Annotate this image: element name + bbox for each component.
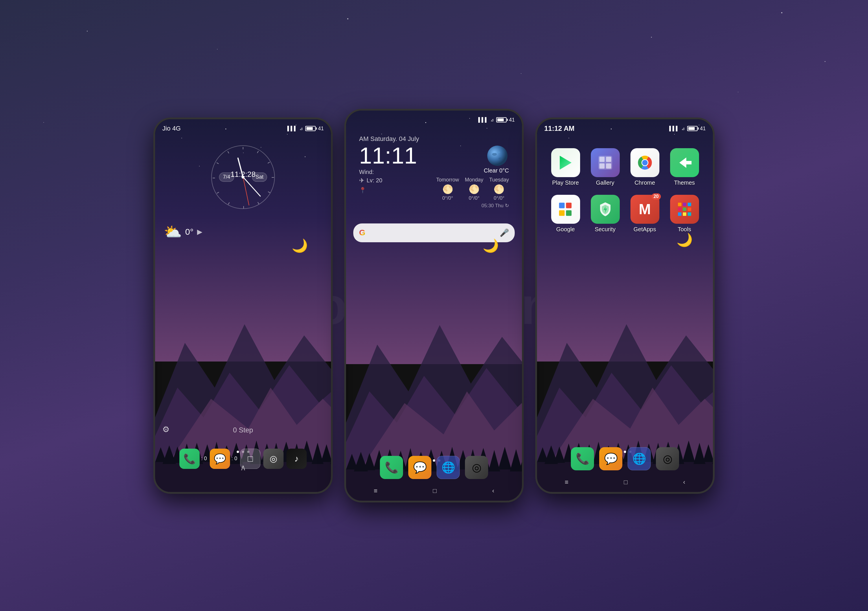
svg-point-55: [492, 153, 497, 156]
phone3-google-item[interactable]: Google: [550, 195, 581, 233]
phone3-camera-icon: ◎: [663, 452, 673, 465]
phone3-wifi-icon: ⊿: [681, 126, 685, 131]
phone1-weather-temp: 0°: [185, 227, 194, 237]
phone1-weather-icon: ⛅: [164, 223, 182, 240]
phone1-clock-face: 7/4 Sat 11:2:28: [212, 146, 274, 208]
phone3-google-icon[interactable]: [551, 195, 580, 224]
phone3-status-bar: 11:12 AM ▌▌▌ ⊿ 41: [537, 119, 713, 135]
phone3-themes-svg: [676, 154, 693, 171]
phone2-condition: Clear 0°C: [436, 167, 509, 174]
svg-rect-102: [687, 203, 691, 206]
phone2-mic-icon[interactable]: 🎤: [500, 228, 509, 237]
phone3-themes-item[interactable]: Themes: [669, 148, 701, 186]
phone2-nav-home[interactable]: □: [433, 487, 437, 495]
phone3-playstore-item[interactable]: Play Store: [550, 148, 581, 186]
phone3-nav-menu[interactable]: ≡: [565, 478, 569, 486]
phone3-dock-phone[interactable]: 📞: [571, 447, 594, 470]
svg-rect-96: [566, 203, 572, 208]
phone2-wind-label-row: Wind:: [359, 169, 382, 175]
phone1-dock-messages[interactable]: 💬 : 0: [210, 449, 237, 469]
phone1-dock-camera[interactable]: ◎: [263, 449, 284, 469]
phone3-nav-back[interactable]: ‹: [683, 478, 685, 486]
phone3-getapps-label: GetApps: [634, 226, 656, 233]
phone2-google-g: G: [359, 228, 366, 237]
phone1-signal-icon: ▌▌▌: [287, 126, 297, 131]
phone2-dock-notes[interactable]: 💬: [408, 456, 431, 479]
phone1-status-icons: ▌▌▌ ⊿ 41: [287, 126, 324, 132]
phone2-dock-browser[interactable]: 🌐: [437, 456, 460, 479]
phone2-browser-icon: 🌐: [442, 461, 455, 474]
phone3-nav-home[interactable]: □: [624, 478, 628, 486]
tick-3: [272, 177, 274, 178]
phone2-forecast-tuesday-temp: 0°/0°: [489, 195, 509, 201]
phone3-security-item[interactable]: Security: [589, 195, 621, 233]
phone2-forecast-monday: Monday 🌕 0°/0°: [465, 177, 484, 201]
phone3-playstore-icon[interactable]: [551, 148, 580, 177]
phone1-gallery-icon: □: [248, 454, 253, 464]
phone2-moon-planet: [486, 144, 509, 167]
phone3-tools-icon[interactable]: [670, 195, 699, 224]
svg-point-93: [642, 160, 648, 165]
phone1-dock-phone[interactable]: 📞 : 0: [180, 449, 207, 469]
phone3-notes-icon: 💬: [604, 452, 618, 465]
phone2-forecast-tomorrow-label: Tomorrow: [436, 177, 459, 183]
phone1-messages-colon: :: [231, 456, 233, 462]
phone1-battery: [305, 126, 316, 131]
phone3-chrome-item[interactable]: Chrome: [629, 148, 661, 186]
phone2-forecast-tomorrow: Tomorrow 🌕 0°/0°: [436, 177, 459, 201]
phone-2: ▌▌▌ ⊿ 41 AM Saturday. 04 July 11:11: [344, 109, 524, 502]
phone2-power-button: [523, 174, 524, 209]
phone1-center-dot: [242, 176, 245, 178]
phone1-phone-icon[interactable]: 📞: [180, 449, 200, 469]
phone1-settings-icon[interactable]: ⚙: [162, 425, 169, 434]
phone2-status-icons: ▌▌▌ ⊿ 41: [478, 117, 515, 123]
svg-rect-108: [687, 212, 691, 216]
svg-rect-100: [678, 203, 681, 206]
phone2-dock-camera[interactable]: ◎: [465, 456, 488, 479]
phone3-themes-icon[interactable]: [670, 148, 699, 177]
phone3-getapps-item[interactable]: M 20 GetApps: [629, 195, 661, 233]
svg-rect-107: [683, 212, 686, 216]
phone2-plane-icon: ✈: [359, 177, 364, 185]
svg-point-54: [487, 146, 507, 166]
phone2-moon: 🌙: [483, 238, 499, 253]
phone3-google-label: Google: [556, 226, 575, 233]
phone3-app-grid: Play Store Gal: [537, 148, 713, 239]
phone3-security-icon[interactable]: [591, 195, 620, 224]
svg-point-56: [499, 157, 502, 160]
phone1-messages-icon[interactable]: 💬: [210, 449, 230, 469]
phone1-location-icon: ▶: [197, 228, 202, 236]
phone3-gallery-icon[interactable]: [591, 148, 620, 177]
phone2-forecast: Tomorrow 🌕 0°/0° Monday 🌕 0°/0° Tuesday: [436, 177, 509, 201]
phone2-battery: [496, 117, 507, 123]
phone1-power-button: [332, 183, 333, 218]
phone3-phone-icon: 📞: [576, 452, 589, 465]
phone3-chrome-label: Chrome: [634, 180, 655, 186]
phone2-nav-menu[interactable]: ≡: [374, 487, 378, 495]
phone1-battery-level: 41: [318, 126, 324, 132]
phone1-status-bar: Jio 4G ▌▌▌ ⊿ 41: [155, 119, 331, 135]
phone2-wind-level: Lv: 20: [367, 177, 382, 184]
phone3-tools-svg: [676, 201, 693, 218]
phone1-tiktok-icon: ♪: [294, 454, 299, 464]
phone3-battery: [687, 126, 698, 131]
phone3-gallery-item[interactable]: Gallery: [589, 148, 621, 186]
phone2-forecast-tomorrow-icon: 🌕: [436, 184, 459, 194]
phone3-chrome-icon[interactable]: [631, 148, 659, 177]
phone2-pin-icon: 📍: [359, 187, 366, 193]
phone3-dock-browser[interactable]: 🌐: [628, 447, 651, 470]
phone1-dock-tiktok[interactable]: ♪: [287, 449, 307, 469]
phone2-nav-back[interactable]: ‹: [492, 487, 494, 495]
phone3-dock-camera[interactable]: ◎: [656, 447, 679, 470]
phone1-phone-emoji: 📞: [183, 453, 195, 465]
phone1-swipe-indicator: ∧: [240, 463, 246, 472]
phone3-tools-item[interactable]: Tools: [669, 195, 701, 233]
phone2-wifi-icon: ⊿: [490, 118, 494, 122]
phone3-getapps-icon[interactable]: M 20: [631, 195, 659, 224]
phone-1: Jio 4G ▌▌▌ ⊿ 41: [153, 118, 333, 494]
phone2-dock-phone[interactable]: 📞: [380, 456, 403, 479]
phones-container: Jio 4G ▌▌▌ ⊿ 41: [153, 109, 715, 502]
phone3-dock-notes[interactable]: 💬: [599, 447, 622, 470]
phone2-weather-widget: AM Saturday. 04 July 11:11: [353, 129, 515, 214]
phone3-playstore-svg: [557, 154, 574, 171]
